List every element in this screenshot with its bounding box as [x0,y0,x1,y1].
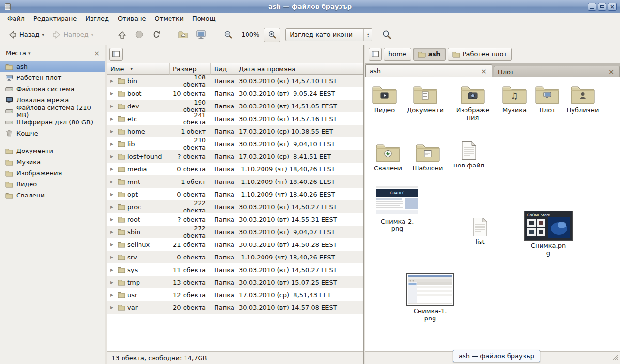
sidebar-item--[interactable]: Документи [0,145,105,156]
pathbar-pane-button[interactable] [369,48,382,61]
home-button[interactable] [175,28,191,41]
table-row[interactable]: ▶opt0 обектаПапка 1.10.2009 (чт) 18,40,2… [107,188,363,200]
table-row[interactable]: ▶dev190 обектаПапка30.03.2010 (вт) 14,51… [107,100,363,112]
sidebar-item--[interactable]: Музика [0,156,105,167]
sidebar-item--80-gb-[interactable]: Шифриран дял (80 GB) [0,117,105,128]
table-row[interactable]: ▶sbin272 обектаПапка30.03.2010 (вт) 9,04… [107,226,363,238]
table-row[interactable]: ▶bin108 обектаПапка30.03.2010 (вт) 14,57… [107,75,363,87]
expander-icon[interactable]: ▶ [110,243,116,247]
expander-icon[interactable]: ▶ [110,192,116,197]
zoom-out-button[interactable] [220,28,236,42]
sidebar-item--[interactable]: Свалени [0,190,105,201]
table-row[interactable]: ▶etc241 обектаПапка30.03.2010 (вт) 14,57… [107,112,363,125]
sidebar-close-button[interactable]: × [93,49,101,57]
table-row[interactable]: ▶usr12 обектаПапка17.03.2010 (ср) 8,51,4… [107,288,363,301]
expander-icon[interactable]: ▶ [110,91,116,96]
sidebar-item--[interactable]: Кошче [0,128,105,139]
menu-item[interactable]: Редактиране [29,13,81,25]
breadcrumb-ash[interactable]: ash [413,48,446,61]
folder-item[interactable]: Видео [365,84,404,114]
expander-icon[interactable]: ▶ [110,293,116,297]
location-button[interactable] [109,48,123,61]
tab-Плот[interactable]: Плот× [494,66,620,77]
menu-item[interactable]: Файл [3,13,29,25]
table-row[interactable]: ▶media0 обектаПапка 1.10.2009 (чт) 18,40… [107,163,363,175]
file-item[interactable]: list [461,217,499,245]
up-button[interactable] [114,28,130,42]
expander-icon[interactable]: ▶ [110,180,116,184]
tab-ash[interactable]: ash× [365,64,492,77]
file-thumbnail-item[interactable]: GNOME StoreСнимка.png [524,211,573,257]
expander-icon[interactable]: ▶ [110,305,116,310]
table-row[interactable]: ▶selinux21 обектаПапка30.03.2010 (вт) 14… [107,238,363,251]
computer-button[interactable] [192,28,210,42]
sidebar-item--[interactable]: Работен плот [0,72,105,83]
menu-item[interactable]: Отиване [113,13,150,25]
menu-item[interactable]: Помощ [188,13,220,25]
folder-item[interactable]: Шаблони [408,142,447,172]
folder-item[interactable]: Изображения [453,84,492,121]
minimize-button[interactable] [588,3,596,11]
forward-button[interactable]: Напред▾ [48,28,96,42]
spinner-arrows-icon[interactable]: ▴▾ [363,29,372,41]
column-header-2[interactable]: Вид [211,63,235,75]
expander-icon[interactable]: ▶ [110,117,116,121]
maximize-button[interactable] [598,3,606,11]
tab-close-button[interactable]: × [480,67,488,75]
expander-icon[interactable]: ▶ [110,142,116,146]
column-header-0[interactable]: Име▾ [107,63,170,75]
search-button[interactable] [378,27,395,42]
view-mode-select[interactable]: Изглед като икони▴▾ [285,28,372,41]
table-row[interactable]: ▶tmp13 обектаПапка30.03.2010 (вт) 15,07,… [107,276,363,288]
expander-icon[interactable]: ▶ [110,217,116,222]
table-row[interactable]: ▶var20 обектаПапка30.03.2010 (вт) 14,57,… [107,301,363,314]
table-row[interactable]: ▶root? обектаПапка30.03.2010 (вт) 14,55,… [107,213,363,226]
sidebar-item--[interactable]: Изображения [0,167,105,179]
folder-item[interactable]: Свалени [369,142,407,172]
table-row[interactable]: ▶srv0 обектаПапка 1.10.2009 (чт) 18,40,2… [107,251,363,263]
file-thumbnail-item[interactable]: GUADECСнимка-2.png [373,184,421,232]
table-row[interactable]: ▶mnt1 обектПапка 1.10.2009 (чт) 18,40,26… [107,175,363,188]
breadcrumb-home[interactable]: home [384,48,411,61]
expander-icon[interactable]: ▶ [110,255,116,259]
expander-icon[interactable]: ▶ [110,154,116,159]
expander-icon[interactable]: ▶ [110,268,116,272]
expander-icon[interactable]: ▶ [110,205,116,209]
column-header-3[interactable]: Дата на промяна [235,63,363,75]
table-row[interactable]: ▶boot10 обектаПапка30.03.2010 (вт) 9,05,… [107,87,363,100]
expander-icon[interactable]: ▶ [110,129,116,134]
file-thumbnail-item[interactable]: Снимка-1.png [405,273,455,322]
sidebar-item--[interactable]: Видео [0,179,105,190]
column-header-1[interactable]: Размер [170,63,211,75]
icon-view-canvas[interactable]: ВидеоДокументиИзображения♫МузикаПлотПубл… [365,77,620,351]
close-button[interactable]: × [608,3,617,11]
expander-icon[interactable]: ▶ [110,104,116,108]
folder-item[interactable]: Документи [406,84,445,114]
expander-icon[interactable]: ▶ [110,167,116,171]
breadcrumb-Работен плот[interactable]: Работен плот [448,48,512,61]
reload-button[interactable] [148,28,165,42]
sidebar-mode-select[interactable]: Места ▾ [6,49,30,57]
table-row[interactable]: ▶lost+found? обектаПапка17.03.2010 (ср) … [107,150,363,163]
folder-item[interactable]: Публични [563,84,602,114]
resize-grip[interactable] [612,354,619,363]
back-button[interactable]: Назад▾ [4,28,47,42]
expander-icon[interactable]: ▶ [110,79,116,83]
folder-item[interactable]: Плот [528,84,567,114]
expander-icon[interactable]: ▶ [110,230,116,234]
table-row[interactable]: ▶lib210 обектаПапка30.03.2010 (вт) 9,04,… [107,137,363,150]
sidebar-item--[interactable]: Файлова система [0,83,105,94]
menu-item[interactable]: Отметки [150,13,187,25]
file-item[interactable]: нов файл [450,141,488,169]
expander-icon[interactable]: ▶ [110,280,116,285]
menu-item[interactable]: Изглед [81,13,113,25]
table-row[interactable]: ▶sys11 обектаПапка30.03.2010 (вт) 14,50,… [107,263,363,276]
zoom-in-button[interactable] [264,28,280,42]
sidebar-item--210-mb-[interactable]: Файлова система (210 MB) [0,106,105,117]
stop-button[interactable] [131,28,147,42]
titlebar[interactable]: ash — файлов браузър × [0,0,620,13]
tab-close-button[interactable]: × [607,68,615,76]
table-row[interactable]: ▶proc222 обектаПапка30.03.2010 (вт) 14,5… [107,200,363,213]
table-row[interactable]: ▶home1 обектПапка17.03.2010 (ср) 10,38,5… [107,125,363,137]
sidebar-item-ash[interactable]: ash [0,61,105,72]
